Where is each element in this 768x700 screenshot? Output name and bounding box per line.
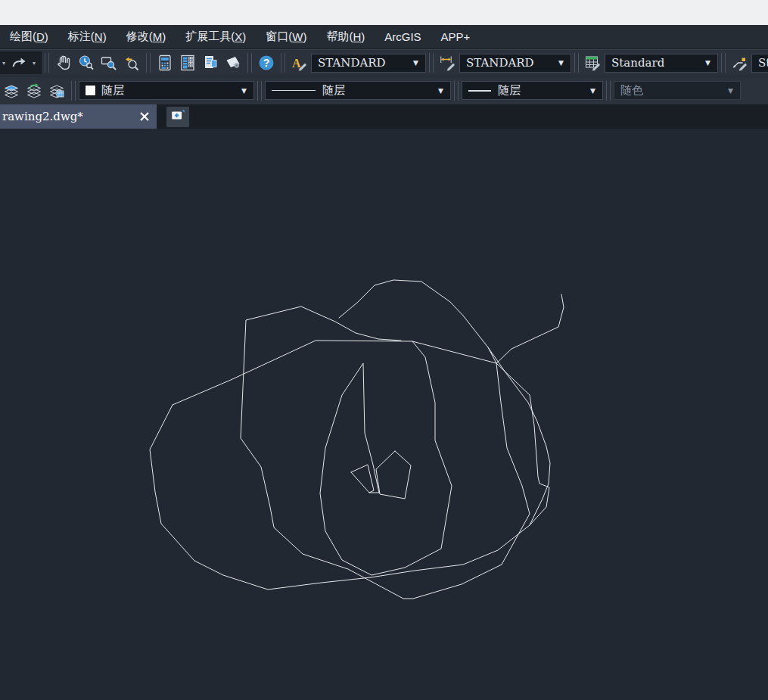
combo-dropdown-arrow[interactable]: ▼: [236, 87, 252, 95]
toolbar-separator: [721, 53, 726, 73]
combo-dropdown-arrow[interactable]: ▼: [585, 87, 601, 95]
help-icon[interactable]: ?: [255, 52, 278, 73]
redo-icon[interactable]: [8, 52, 30, 73]
lineweight-combo-value: 随层: [498, 83, 521, 98]
toolbar-separator: [574, 53, 579, 73]
text-style-combo[interactable]: STANDARD▼: [311, 54, 426, 73]
undo-redo-group: ▾▾: [0, 51, 42, 74]
layers-properties-toolbar: 随层▼随层▼随层▼随色▼: [0, 76, 768, 104]
pan-icon[interactable]: [52, 52, 75, 73]
new-drawing-icon: [169, 107, 186, 126]
menu-bar: 绘图(D)标注(N)修改(M)扩展工具(X)窗口(W)帮助(H)ArcGISAP…: [0, 25, 768, 49]
zoom-previous-icon[interactable]: [120, 52, 143, 73]
toolbar-separator: [257, 81, 262, 101]
line-sample-glyph: [272, 90, 316, 91]
drawing-tab-bar: rawing2.dwg*: [0, 104, 768, 129]
cad-application-window: { "app": { "kind": "CAD application", "a…: [0, 0, 768, 700]
toolbar-separator: [606, 81, 611, 101]
markup-icon[interactable]: [222, 52, 244, 73]
table-style-combo-value: Standard: [611, 56, 664, 70]
toolbar-separator: [45, 53, 49, 73]
table-style-icon[interactable]: [582, 52, 605, 73]
menu-express[interactable]: 扩展工具(X): [176, 25, 256, 48]
combo-dropdown-arrow[interactable]: ▼: [408, 59, 424, 67]
quickcalc-icon[interactable]: [154, 52, 176, 73]
zoom-realtime-icon[interactable]: [75, 52, 98, 73]
dim-style-combo-value: STANDARD: [466, 56, 534, 70]
color-combo[interactable]: 随层▼: [79, 81, 254, 100]
drawing-entity-center-pentagon[interactable]: [376, 451, 411, 499]
combo-dropdown-arrow[interactable]: ▼: [700, 59, 716, 67]
mleader-style-icon[interactable]: [729, 52, 751, 73]
layer-properties-icon[interactable]: [0, 80, 23, 101]
drawing-tab-label: rawing2.dwg*: [2, 110, 83, 123]
toolbar-separator: [429, 53, 434, 73]
toolbar-separator: [454, 81, 459, 101]
layer-states-icon[interactable]: [45, 80, 68, 101]
drawing-canvas-svg: [0, 129, 768, 700]
drawing-entity-outer-loop[interactable]: [150, 280, 550, 590]
plot-style-combo-value: 随色: [620, 83, 643, 98]
combo-dropdown-arrow[interactable]: ▼: [433, 87, 449, 95]
properties-palette-icon[interactable]: [176, 52, 199, 73]
drawing-canvas[interactable]: [0, 129, 768, 700]
lineweight-combo[interactable]: 随层▼: [462, 81, 603, 100]
menu-draw[interactable]: 绘图(D): [0, 25, 58, 48]
mleader-style-combo-value: Standard: [758, 56, 768, 70]
new-tab-button[interactable]: [166, 107, 189, 127]
line-sample-glyph: [468, 90, 491, 92]
menu-dimension[interactable]: 标注(N): [58, 25, 117, 48]
menu-window[interactable]: 窗口(W): [256, 25, 316, 48]
menu-app-plus[interactable]: APP+: [431, 25, 480, 48]
color-combo-value: 随层: [101, 83, 124, 98]
linetype-combo-value: 随层: [322, 83, 345, 98]
sheetset-icon[interactable]: [199, 52, 222, 73]
redo-dropdown-arrow[interactable]: ▾: [30, 60, 38, 67]
table-style-combo[interactable]: Standard▼: [605, 54, 718, 73]
text-style-combo-value: STANDARD: [318, 56, 386, 70]
toolbar-separator: [281, 53, 285, 73]
color-swatch: [86, 86, 95, 95]
zoom-window-icon[interactable]: [98, 52, 120, 73]
menu-modify[interactable]: 修改(M): [117, 25, 176, 48]
menu-arcgis[interactable]: ArcGIS: [375, 25, 431, 48]
dim-style-icon[interactable]: [437, 52, 459, 73]
layer-previous-icon[interactable]: [23, 80, 45, 101]
drawing-entity-center-quad[interactable]: [351, 465, 374, 493]
combo-dropdown-arrow[interactable]: ▼: [553, 59, 569, 67]
svg-text:?: ?: [263, 57, 270, 69]
undo-dropdown-arrow[interactable]: ▾: [0, 60, 8, 67]
drawing-tab-active[interactable]: rawing2.dwg*: [0, 104, 157, 129]
toolbar-separator: [146, 53, 151, 73]
drawing-entity-inner-spiral[interactable]: [320, 341, 452, 575]
desktop-strip: [0, 0, 768, 25]
toolbar-separator: [247, 53, 252, 73]
linetype-combo[interactable]: 随层▼: [265, 81, 451, 100]
close-icon[interactable]: [137, 109, 152, 124]
drawing-entity-tail-and-chord[interactable]: [173, 294, 564, 405]
mleader-style-combo[interactable]: Standard▼: [751, 54, 768, 73]
svg-text:A: A: [292, 57, 301, 70]
text-style-icon[interactable]: A: [288, 52, 311, 73]
plot-style-combo[interactable]: 随色▼: [614, 81, 741, 100]
menu-help[interactable]: 帮助(H): [316, 25, 375, 48]
toolbar-separator: [71, 81, 76, 101]
dim-style-combo[interactable]: STANDARD▼: [459, 54, 571, 73]
combo-dropdown-arrow[interactable]: ▼: [723, 87, 738, 95]
standard-toolbar: ▾▾?ASTANDARD▼STANDARD▼Standard▼Standard▼: [0, 49, 768, 76]
